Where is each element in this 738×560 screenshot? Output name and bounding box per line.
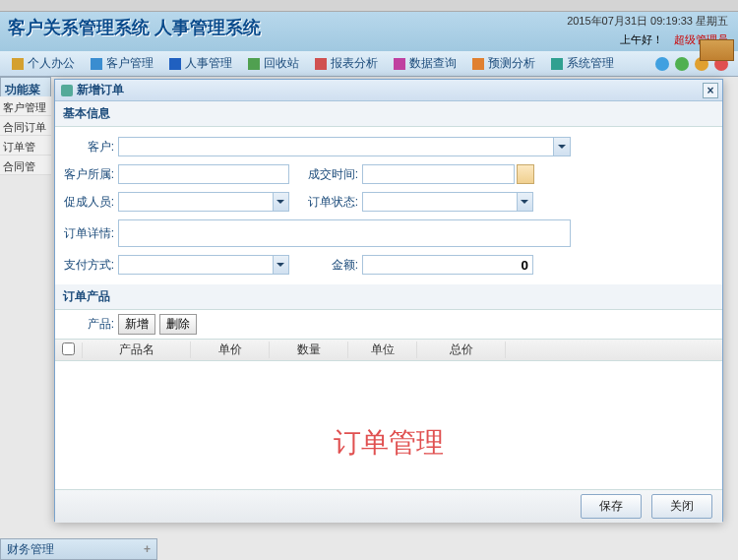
app-header: 客户关系管理系统 人事管理系统 2015年07月31日 09:19:33 星期五… bbox=[0, 12, 738, 51]
chevron-down-icon[interactable] bbox=[273, 193, 288, 211]
col-name: 产品名 bbox=[83, 342, 191, 358]
label-detail: 订单详情: bbox=[63, 225, 118, 242]
tool-icon-2[interactable] bbox=[675, 57, 689, 71]
col-total: 总价 bbox=[417, 342, 506, 358]
menu-personal[interactable]: 个人办公 bbox=[4, 51, 83, 76]
dialog-title-bar[interactable]: 新增订单 × bbox=[55, 80, 722, 101]
paytype-input[interactable] bbox=[119, 256, 273, 274]
menu-system[interactable]: 系统管理 bbox=[543, 51, 622, 76]
dialog-icon bbox=[61, 85, 73, 96]
amount-input[interactable] bbox=[362, 255, 533, 275]
belong-input[interactable] bbox=[118, 164, 289, 184]
tool-icon-1[interactable] bbox=[655, 57, 669, 71]
label-dealtime: 成交时间: bbox=[307, 166, 362, 183]
main-menu: 个人办公 客户管理 人事管理 回收站 报表分析 数据查询 预测分析 系统管理 bbox=[0, 51, 738, 77]
dialog-body: 基本信息 客户: 客户所属: 成交时间: 促成人员: 订单状态: 订单详情: bbox=[55, 101, 722, 489]
label-amount: 金额: bbox=[307, 257, 362, 274]
chevron-down-icon[interactable] bbox=[273, 256, 288, 274]
section-products: 订单产品 bbox=[55, 284, 722, 310]
dialog-footer: 保存 关闭 bbox=[55, 489, 722, 523]
label-status: 订单状态: bbox=[307, 194, 362, 211]
label-paytype: 支付方式: bbox=[63, 257, 118, 274]
col-price: 单价 bbox=[191, 342, 270, 358]
chevron-down-icon[interactable] bbox=[553, 138, 570, 156]
side-customer[interactable]: 客户管理 bbox=[0, 96, 51, 116]
menu-query[interactable]: 数据查询 bbox=[386, 51, 464, 76]
product-grid: 产品名 单价 数量 单位 总价 bbox=[55, 339, 722, 479]
close-icon[interactable]: × bbox=[703, 83, 718, 98]
customer-input[interactable] bbox=[119, 138, 553, 156]
col-unit: 单位 bbox=[348, 342, 417, 358]
col-qty: 数量 bbox=[270, 342, 348, 358]
close-button[interactable]: 关闭 bbox=[651, 494, 712, 519]
label-facilitator: 促成人员: bbox=[63, 194, 118, 211]
browser-chrome bbox=[0, 0, 738, 12]
facilitator-input[interactable] bbox=[119, 193, 273, 211]
bottom-panel-label: 财务管理 bbox=[7, 541, 54, 558]
grid-body bbox=[55, 361, 722, 479]
chevron-down-icon[interactable] bbox=[517, 193, 532, 211]
detail-input[interactable] bbox=[118, 219, 571, 247]
greeting: 上午好！ bbox=[620, 33, 663, 45]
new-order-dialog: 新增订单 × 基本信息 客户: 客户所属: 成交时间: 促成人员: 订单状态: bbox=[54, 79, 723, 522]
side-contract[interactable]: 合同订单 bbox=[0, 116, 51, 136]
status-combo[interactable] bbox=[362, 192, 533, 212]
menu-recycle[interactable]: 回收站 bbox=[240, 51, 307, 76]
save-button[interactable]: 保存 bbox=[581, 494, 642, 519]
datetime: 2015年07月31日 09:19:33 星期五 bbox=[567, 14, 728, 29]
delete-product-button[interactable]: 删除 bbox=[159, 314, 197, 335]
label-belong: 客户所属: bbox=[63, 166, 118, 183]
grid-checkbox-col bbox=[55, 342, 83, 358]
form: 客户: 客户所属: 成交时间: 促成人员: 订单状态: 订单详情: bbox=[55, 127, 722, 284]
logo-banner bbox=[700, 39, 734, 61]
side-contract-mgr[interactable]: 合同管 bbox=[0, 156, 51, 175]
select-all-checkbox[interactable] bbox=[62, 342, 75, 355]
customer-combo[interactable] bbox=[118, 137, 571, 156]
expand-icon[interactable]: + bbox=[144, 542, 151, 556]
bottom-panel[interactable]: 财务管理 + bbox=[0, 538, 157, 560]
menu-forecast[interactable]: 预测分析 bbox=[464, 51, 543, 76]
dialog-title: 新增订单 bbox=[77, 82, 124, 98]
side-order[interactable]: 订单管 bbox=[0, 136, 51, 156]
facilitator-combo[interactable] bbox=[118, 192, 289, 212]
status-input[interactable] bbox=[363, 193, 517, 211]
grid-header: 产品名 单价 数量 单位 总价 bbox=[55, 340, 722, 361]
add-product-button[interactable]: 新增 bbox=[118, 314, 155, 335]
section-basic: 基本信息 bbox=[55, 101, 722, 127]
dealtime-input[interactable] bbox=[362, 164, 515, 184]
menu-report[interactable]: 报表分析 bbox=[307, 51, 386, 76]
sidebar: 客户管理 合同订单 订单管 合同管 bbox=[0, 96, 51, 175]
label-product: 产品: bbox=[63, 316, 118, 333]
calendar-icon[interactable] bbox=[517, 164, 534, 184]
paytype-combo[interactable] bbox=[118, 255, 289, 275]
menu-hr[interactable]: 人事管理 bbox=[161, 51, 240, 76]
product-toolbar: 产品: 新增 删除 bbox=[55, 310, 722, 339]
menu-customer[interactable]: 客户管理 bbox=[83, 51, 161, 76]
label-customer: 客户: bbox=[63, 139, 118, 156]
